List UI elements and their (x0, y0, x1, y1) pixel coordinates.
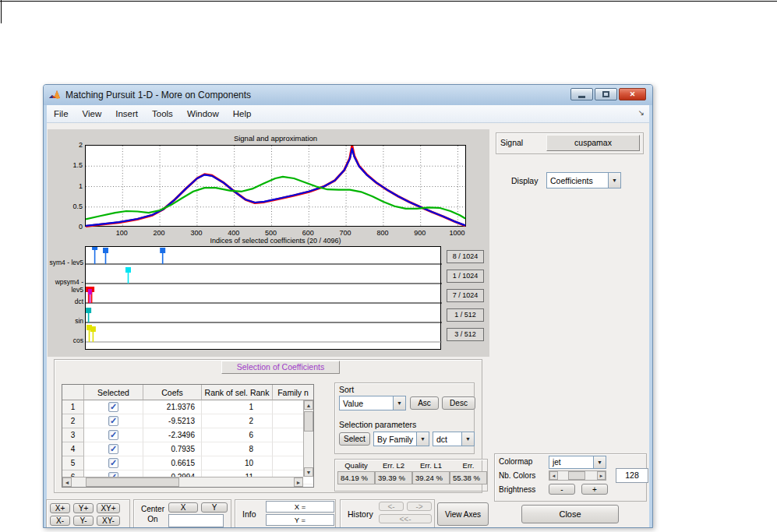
menu-help[interactable]: Help (226, 107, 259, 121)
sort-combo-value: Value (340, 399, 393, 408)
zoom-x-plus-button[interactable]: X+ (50, 503, 70, 513)
x-tick-label: 100 (116, 229, 128, 237)
quality-header: Err. (450, 461, 487, 470)
selected-checkbox[interactable]: ✓ (108, 458, 118, 468)
sort-combo[interactable]: Value ▼ (339, 396, 406, 410)
menu-tools[interactable]: Tools (145, 107, 180, 121)
chevron-down-icon[interactable]: ▼ (608, 173, 620, 188)
coef-value: 21.9376 (143, 400, 202, 414)
page-background: Matching Pursuit 1-D - More on Component… (0, 0, 777, 532)
selected-checkbox[interactable]: ✓ (108, 430, 118, 440)
slider-right-icon[interactable]: ► (597, 471, 606, 480)
family-count: 3 / 512 (447, 328, 484, 341)
col-selected: Selected (84, 385, 143, 400)
y-tick-label: 0.5 (59, 203, 83, 210)
family-count: 1 / 512 (447, 308, 484, 322)
scroll-down-icon[interactable]: ▼ (304, 467, 313, 477)
center-on-field[interactable] (168, 514, 224, 527)
x-tick-label: 1000 (450, 229, 465, 237)
menu-file[interactable]: File (47, 107, 76, 121)
close-button[interactable]: Close (521, 505, 619, 523)
table-vertical-scrollbar[interactable]: ▲ ▼ (303, 400, 313, 477)
maximize-button[interactable] (595, 88, 617, 100)
hscroll-thumb[interactable] (86, 477, 179, 487)
x-tick-label: 700 (340, 229, 351, 237)
row-number: 5 (62, 456, 84, 470)
frame-left-line (1, 0, 2, 23)
scroll-right-icon[interactable]: ► (294, 477, 303, 487)
scroll-left-icon[interactable]: ◄ (62, 477, 72, 487)
x-tick-label: 600 (302, 229, 314, 237)
y-tick-label: 0 (59, 223, 83, 231)
nb-colors-slider[interactable]: ◄ ► (549, 470, 606, 481)
subfamily-combo-value: dct (433, 435, 461, 444)
minimize-button[interactable] (570, 88, 593, 100)
brightness-minus-button[interactable]: - (549, 484, 575, 495)
center-x-button[interactable]: X (168, 502, 198, 513)
window-title: Matching Pursuit 1-D - More on Component… (65, 90, 251, 100)
signal-label: Signal (500, 138, 523, 147)
history-forward-button[interactable]: -> (407, 502, 432, 511)
zoom-x-minus-button[interactable]: X- (50, 516, 70, 526)
signal-name-field: cuspamax (546, 135, 640, 151)
history-back-button[interactable]: <- (379, 502, 404, 511)
zoom-xy-minus-button[interactable]: XY- (97, 516, 120, 526)
x-tick-label: 300 (190, 229, 202, 237)
selected-checkbox[interactable]: ✓ (108, 402, 118, 412)
display-combo[interactable]: Coefficients ▼ (546, 172, 621, 188)
vscroll-thumb[interactable] (304, 411, 313, 432)
menu-overflow-arrow-icon[interactable]: ↘ (638, 108, 645, 117)
nb-colors-field[interactable]: 128 (616, 468, 648, 483)
signal-plot-title: Signal and approximation (85, 134, 466, 143)
menu-insert[interactable]: Insert (108, 107, 145, 121)
zoom-y-minus-button[interactable]: Y- (73, 516, 94, 526)
rank-value: 8 (202, 442, 273, 456)
family-combo[interactable]: By Family ▼ (373, 432, 429, 446)
brightness-plus-button[interactable]: + (581, 484, 608, 495)
row-number: 3 (62, 428, 84, 442)
zoom-y-plus-button[interactable]: Y+ (73, 503, 94, 513)
y-tick-label: 1.5 (59, 161, 83, 169)
sort-desc-button[interactable]: Desc (442, 396, 475, 410)
x-tick-label: 500 (265, 229, 277, 237)
signal-axes[interactable] (85, 145, 466, 227)
quality-header: Quality (337, 461, 375, 470)
sort-asc-button[interactable]: Asc (410, 396, 439, 410)
colormap-combo[interactable]: jet ▼ (549, 456, 606, 469)
select-button[interactable]: Select (339, 432, 370, 446)
history-label: History (348, 509, 373, 519)
chevron-down-icon[interactable]: ▼ (461, 432, 474, 446)
signal-x-ticks: 1002003004005006007008009001000 (85, 229, 466, 237)
table-horizontal-scrollbar[interactable]: ◄ ► (62, 477, 303, 487)
center-y-button[interactable]: Y (201, 502, 228, 513)
rank-value: 2 (202, 414, 273, 428)
quality-values: Quality84.19 %Err. L239.39 %Err. L139.24… (337, 461, 487, 489)
close-window-button[interactable]: ✕ (619, 88, 646, 100)
quality-header: Err. L1 (412, 461, 450, 470)
subfamily-combo[interactable]: dct ▼ (433, 432, 475, 446)
view-axes-button[interactable]: View Axes (437, 502, 489, 526)
coefficients-table[interactable]: Selected Coefs Rank of sel. Rank Family … (62, 384, 314, 488)
colormap-label: Colormap (499, 457, 532, 466)
menu-window[interactable]: Window (180, 107, 226, 121)
scroll-up-icon[interactable]: ▲ (304, 400, 313, 410)
titlebar[interactable]: Matching Pursuit 1-D - More on Component… (44, 85, 652, 105)
chevron-down-icon[interactable]: ▼ (593, 456, 606, 468)
table-header: Selected Coefs Rank of sel. Rank Family … (62, 385, 313, 400)
table-row: 4✓0.79358 (62, 442, 313, 456)
display-combo-value: Coefficients (547, 176, 608, 185)
menubar: FileViewInsertToolsWindowHelp ↘ (47, 105, 649, 123)
family-label: sym4 - lev5 (43, 259, 83, 266)
menu-view[interactable]: View (76, 107, 109, 121)
slider-left-icon[interactable]: ◄ (549, 471, 558, 480)
zoom-xy-plus-button[interactable]: XY+ (97, 503, 120, 513)
chevron-down-icon[interactable]: ▼ (393, 396, 405, 410)
history-rewind-button[interactable]: <<- (379, 514, 432, 523)
selected-checkbox[interactable]: ✓ (108, 416, 118, 426)
table-row: 5✓0.661510 (62, 456, 313, 470)
chevron-down-icon[interactable]: ▼ (416, 432, 429, 446)
families-axes[interactable] (85, 246, 441, 350)
selected-checkbox[interactable]: ✓ (108, 444, 118, 454)
slider-thumb[interactable] (568, 471, 585, 480)
signal-x-label: Indices of selected coefficients (20 / 4… (85, 237, 466, 245)
